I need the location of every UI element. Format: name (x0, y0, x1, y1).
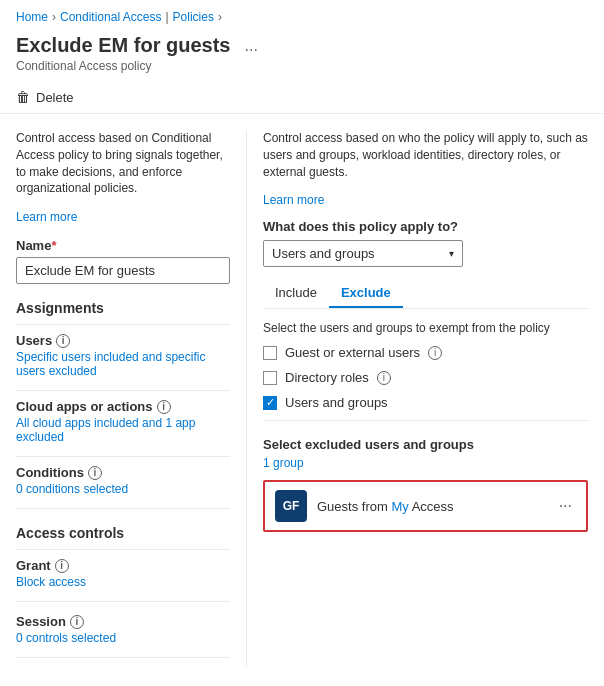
page-subtitle: Conditional Access policy (0, 59, 604, 81)
guest-users-label: Guest or external users (285, 345, 420, 360)
access-controls-section: Access controls Grant i Block access Ses… (16, 525, 230, 658)
users-label: Users (16, 333, 52, 348)
checkmark-icon: ✓ (266, 396, 275, 409)
cloud-apps-value[interactable]: All cloud apps included and 1 app exclud… (16, 416, 230, 444)
breadcrumb-home[interactable]: Home (16, 10, 48, 24)
guest-users-checkbox[interactable] (263, 346, 277, 360)
guest-users-info-icon[interactable]: i (428, 346, 442, 360)
checkbox-directory-roles: Directory roles i (263, 370, 588, 385)
breadcrumb-sep-1: › (52, 10, 56, 24)
session-info-icon[interactable]: i (70, 615, 84, 629)
grant-info-icon[interactable]: i (55, 559, 69, 573)
tabs-container: Include Exclude (263, 279, 588, 309)
group-avatar: GF (275, 490, 307, 522)
users-value[interactable]: Specific users included and specific use… (16, 350, 230, 378)
delete-button[interactable]: 🗑 Delete (16, 89, 74, 105)
left-panel: Control access based on Conditional Acce… (16, 130, 246, 666)
breadcrumb-conditional-access[interactable]: Conditional Access (60, 10, 161, 24)
checkbox-guest-users: Guest or external users i (263, 345, 588, 360)
users-groups-label: Users and groups (285, 395, 388, 410)
grant-label: Grant (16, 558, 51, 573)
conditions-assignment: Conditions i 0 conditions selected (16, 465, 230, 496)
right-panel: Control access based on who the policy w… (246, 130, 588, 666)
tab-include[interactable]: Include (263, 279, 329, 308)
group-name: Guests from My Access (317, 499, 545, 514)
policy-question: What does this policy apply to? (263, 219, 588, 234)
group-name-highlight: My (391, 499, 408, 514)
ellipsis-button[interactable]: ... (239, 35, 264, 57)
assignments-header: Assignments (16, 300, 230, 316)
breadcrumb-sep-3: › (218, 10, 222, 24)
conditions-info-icon[interactable]: i (88, 466, 102, 480)
users-groups-checkbox[interactable]: ✓ (263, 396, 277, 410)
excluded-count[interactable]: 1 group (263, 456, 588, 470)
conditions-value[interactable]: 0 conditions selected (16, 482, 230, 496)
group-name-after: Access (409, 499, 454, 514)
breadcrumb: Home › Conditional Access | Policies › (0, 0, 604, 30)
dropdown-arrow-icon: ▾ (449, 248, 454, 259)
users-info-icon[interactable]: i (56, 334, 70, 348)
excluded-section: Select excluded users and groups 1 group… (263, 437, 588, 532)
exempt-description: Select the users and groups to exempt fr… (263, 321, 588, 335)
directory-roles-checkbox[interactable] (263, 371, 277, 385)
cloud-apps-label: Cloud apps or actions (16, 399, 153, 414)
page-title: Exclude EM for guests (16, 34, 231, 57)
session-label: Session (16, 614, 66, 629)
left-learn-more[interactable]: Learn more (16, 210, 77, 224)
group-item[interactable]: GF Guests from My Access ··· (263, 480, 588, 532)
required-marker: * (51, 238, 56, 253)
users-assignment: Users i Specific users included and spec… (16, 333, 230, 378)
group-more-button[interactable]: ··· (555, 495, 576, 517)
directory-roles-info-icon[interactable]: i (377, 371, 391, 385)
conditions-label: Conditions (16, 465, 84, 480)
left-description: Control access based on Conditional Acce… (16, 130, 230, 197)
group-name-before: Guests from (317, 499, 391, 514)
policy-dropdown[interactable]: Users and groups ▾ (263, 240, 463, 267)
delete-label: Delete (36, 90, 74, 105)
breadcrumb-policies[interactable]: Policies (173, 10, 214, 24)
dropdown-value: Users and groups (272, 246, 375, 261)
delete-icon: 🗑 (16, 89, 30, 105)
directory-roles-label: Directory roles (285, 370, 369, 385)
excluded-title: Select excluded users and groups (263, 437, 588, 452)
cloud-apps-assignment: Cloud apps or actions i All cloud apps i… (16, 399, 230, 444)
cloud-apps-info-icon[interactable]: i (157, 400, 171, 414)
tab-exclude[interactable]: Exclude (329, 279, 403, 308)
name-label: Name* (16, 238, 230, 253)
checkbox-users-groups: ✓ Users and groups (263, 395, 588, 410)
session-value[interactable]: 0 controls selected (16, 631, 230, 645)
name-input[interactable] (16, 257, 230, 284)
access-controls-header: Access controls (16, 525, 230, 541)
breadcrumb-sep-2: | (165, 10, 168, 24)
grant-value[interactable]: Block access (16, 575, 230, 589)
cloud-apps-text1: All cloud apps included and (16, 416, 165, 430)
toolbar: 🗑 Delete (0, 81, 604, 114)
right-description: Control access based on who the policy w… (263, 130, 588, 180)
right-learn-more[interactable]: Learn more (263, 193, 324, 207)
